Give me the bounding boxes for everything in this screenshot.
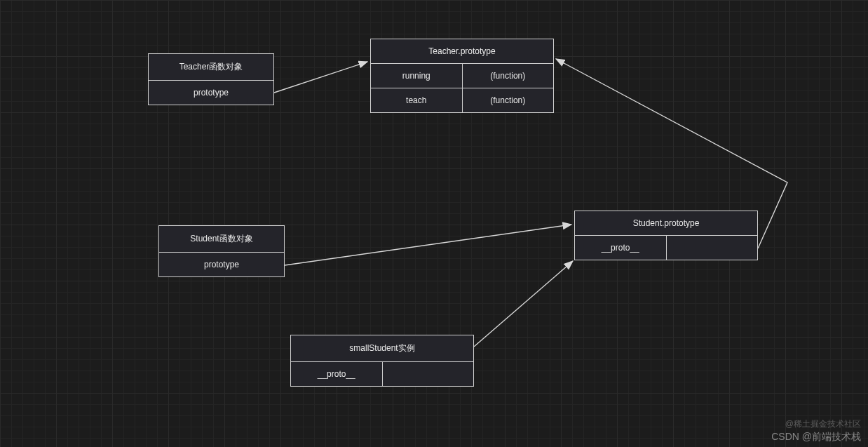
empty-cell — [666, 236, 758, 260]
arrow-instance-to-studentproto — [474, 261, 573, 347]
node-slot: prototype — [149, 81, 273, 105]
arrow-teacherfn-to-teacherproto — [274, 62, 367, 93]
node-student-fn: Student函数对象 prototype — [158, 225, 285, 277]
prop-val: (function) — [462, 88, 554, 112]
node-slot: __proto__ — [575, 236, 666, 260]
diagram-canvas: Teacher函数对象 prototype Teacher.prototype … — [0, 0, 868, 447]
watermark-bottom: CSDN @前端技术栈 — [771, 430, 861, 443]
node-teacher-proto: Teacher.prototype running (function) tea… — [370, 39, 554, 113]
node-teacher-fn: Teacher函数对象 prototype — [148, 53, 274, 105]
node-title: Teacher函数对象 — [149, 54, 273, 81]
node-title: smallStudent实例 — [291, 335, 473, 362]
empty-cell — [382, 362, 474, 386]
node-student-proto: Student.prototype __proto__ — [574, 211, 758, 260]
prop-key: teach — [371, 88, 462, 112]
node-slot: __proto__ — [291, 362, 382, 386]
prop-key: running — [371, 64, 462, 88]
prop-val: (function) — [462, 64, 554, 88]
node-instance: smallStudent实例 __proto__ — [290, 335, 474, 387]
watermark-top: @稀土掘金技术社区 — [771, 419, 861, 430]
watermark: @稀土掘金技术社区 CSDN @前端技术栈 — [771, 419, 861, 443]
arrow-studentfn-to-studentproto — [285, 225, 571, 265]
node-title: Student函数对象 — [159, 226, 284, 253]
node-title: Student.prototype — [575, 211, 757, 236]
node-title: Teacher.prototype — [371, 39, 553, 64]
node-slot: prototype — [159, 253, 284, 276]
